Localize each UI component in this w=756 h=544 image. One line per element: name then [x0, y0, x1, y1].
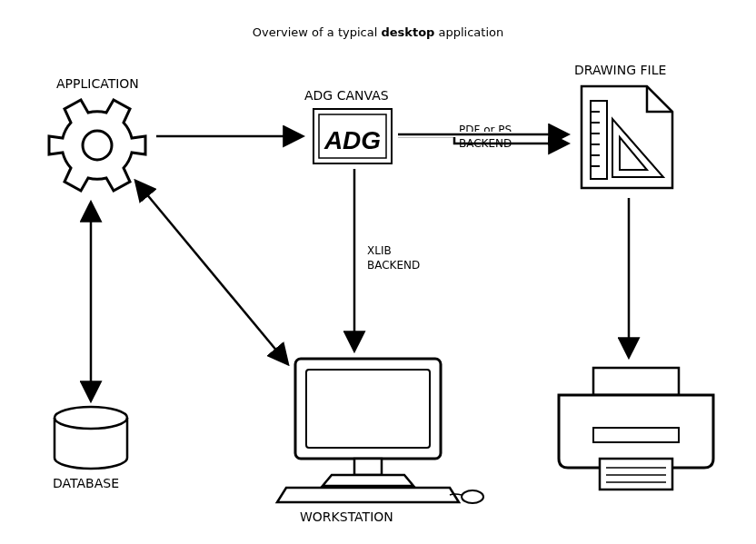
drawing-file-node [582, 86, 672, 188]
diagram-stage: Overview of a typical desktop applicatio… [0, 0, 756, 544]
database-icon [55, 407, 127, 469]
svg-rect-12 [306, 370, 430, 448]
gear-icon [49, 100, 145, 191]
svg-rect-13 [354, 459, 382, 475]
svg-point-0 [83, 131, 112, 160]
svg-rect-15 [593, 368, 679, 395]
arrow-app-workstation [136, 182, 287, 363]
svg-rect-20 [593, 428, 679, 442]
arrow-canvas-to-file [398, 136, 567, 143]
svg-point-14 [462, 490, 483, 503]
diagram-svg: ADG [0, 0, 756, 544]
adg-logo-text: ADG [323, 126, 381, 154]
printer-icon [559, 368, 713, 490]
adg-canvas-node: ADG [313, 109, 392, 163]
workstation-icon [277, 359, 483, 503]
svg-rect-16 [600, 459, 672, 490]
